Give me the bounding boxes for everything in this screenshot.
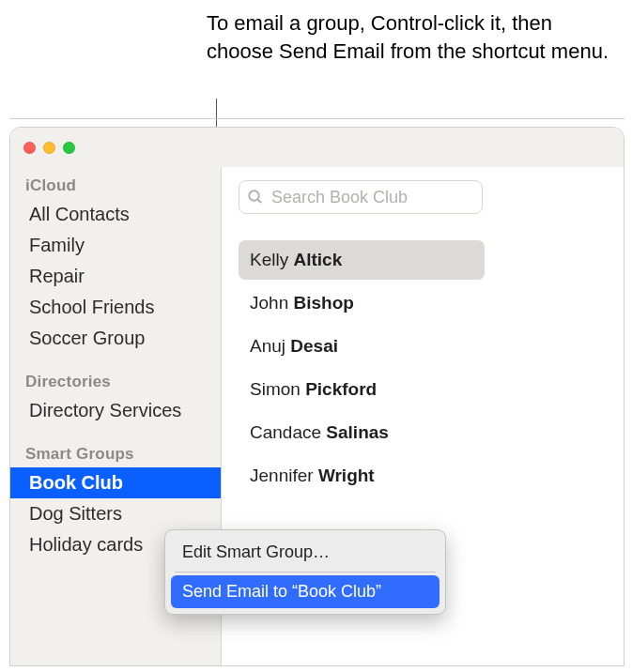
contact-row[interactable]: Simon Pickford (239, 370, 485, 409)
contact-last-name: Desai (290, 336, 338, 356)
contact-row[interactable]: John Bishop (239, 283, 485, 323)
sidebar-item-soccer-group[interactable]: Soccer Group (10, 323, 221, 354)
contact-last-name: Bishop (293, 293, 353, 313)
contact-list: Kelly AltickJohn BishopAnuj DesaiSimon P… (239, 240, 607, 496)
contact-first-name: Anuj (250, 336, 290, 356)
minimize-button[interactable] (43, 142, 55, 154)
sidebar-section-smart-groups: Smart Groups (10, 439, 221, 467)
top-rule (9, 118, 624, 119)
contact-first-name: Jennifer (250, 466, 318, 485)
contact-first-name: Candace (250, 422, 326, 442)
contact-last-name: Salinas (326, 422, 389, 442)
sidebar-item-dog-sitters[interactable]: Dog Sitters (10, 498, 221, 529)
contact-first-name: Simon (250, 379, 305, 399)
sidebar-item-family[interactable]: Family (10, 230, 221, 261)
search-field-wrap (239, 180, 483, 214)
sidebar-section-directories: Directories (10, 367, 221, 395)
sidebar-item-repair[interactable]: Repair (10, 261, 221, 292)
window-titlebar (10, 128, 624, 167)
contact-first-name: Kelly (250, 250, 293, 269)
search-input[interactable] (239, 180, 483, 214)
contact-first-name: John (250, 293, 293, 313)
help-annotation: To email a group, Control-click it, then… (207, 9, 610, 65)
contact-row[interactable]: Jennifer Wright (239, 456, 485, 496)
sidebar-section-icloud: iCloud (10, 176, 221, 199)
contact-row[interactable]: Anuj Desai (239, 327, 485, 366)
context-menu: Edit Smart Group… Send Email to “Book Cl… (164, 529, 446, 615)
menu-send-email[interactable]: Send Email to “Book Club” (171, 575, 439, 608)
sidebar-item-school-friends[interactable]: School Friends (10, 292, 221, 323)
contact-last-name: Wright (318, 466, 375, 485)
contact-last-name: Altick (293, 250, 342, 269)
contact-row[interactable]: Candace Salinas (239, 413, 485, 452)
svg-point-0 (249, 191, 259, 201)
sidebar-item-directory-services[interactable]: Directory Services (10, 395, 221, 426)
menu-divider (175, 572, 436, 573)
menu-edit-smart-group[interactable]: Edit Smart Group… (171, 536, 439, 569)
search-icon (247, 189, 264, 206)
sidebar-item-all-contacts[interactable]: All Contacts (10, 199, 221, 230)
svg-line-1 (257, 199, 261, 203)
contact-last-name: Pickford (305, 379, 377, 399)
contact-row[interactable]: Kelly Altick (239, 240, 485, 280)
close-button[interactable] (23, 142, 36, 154)
zoom-button[interactable] (63, 142, 75, 154)
sidebar-item-book-club[interactable]: Book Club (10, 467, 221, 498)
